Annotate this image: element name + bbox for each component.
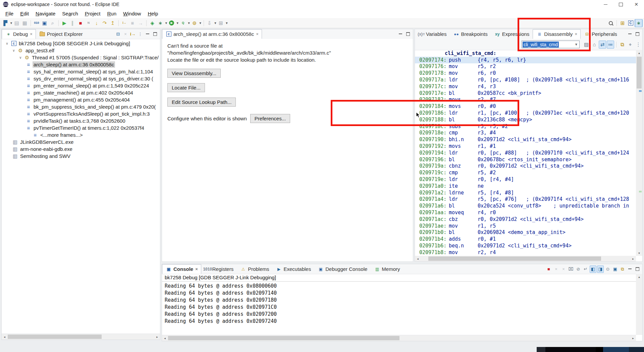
right-tab-breakpoints[interactable]: ●●Breakpoints xyxy=(450,29,491,39)
disassembly-line[interactable]: 02097194:ldrr0, [pc, #88] ; (0x20971f0 <… xyxy=(415,150,636,156)
minimize-view-button[interactable] xyxy=(144,31,151,38)
menu-help[interactable]: Help xyxy=(144,10,161,17)
minimize-view-button[interactable] xyxy=(626,31,634,38)
dropdown-arrow-icon[interactable]: ▼ xyxy=(225,21,228,25)
disassembly-line[interactable]: 0209717c:movr4, r3 xyxy=(415,83,636,90)
show-stderr-button[interactable]: ◨ xyxy=(597,266,604,273)
scroll-right-arrow[interactable]: ▸ xyxy=(630,256,636,261)
sync-pc-button[interactable]: ⇄ xyxy=(598,41,606,49)
coverage-launch-button[interactable]: Q▼ xyxy=(179,19,191,27)
disassembly-line[interactable]: 0209717e:bl0x20587cc <bk_printf> xyxy=(415,90,636,97)
menu-project[interactable]: Project xyxy=(82,10,104,17)
scroll-thumb[interactable] xyxy=(637,57,642,89)
dropdown-arrow-icon[interactable]: ▼ xyxy=(165,21,168,25)
scroll-left-arrow[interactable]: ◂ xyxy=(162,335,168,341)
disassembly-line[interactable]: 0209719a:cbnzr0, 0x20971d2 <cli_wifi_sta… xyxy=(415,163,636,170)
collapse-all-button[interactable]: ⊟ xyxy=(114,31,122,38)
drop-frame-button[interactable]: → xyxy=(137,19,145,27)
console-vertical-scrollbar[interactable]: ▴ xyxy=(636,274,642,335)
windows-taskbar-sliver[interactable] xyxy=(537,347,644,352)
disassembly-line[interactable]: 020971ae:movr1, r5 xyxy=(415,223,636,229)
pin-console-button[interactable]: ⊙ xyxy=(604,266,611,273)
dropdown-arrow-icon[interactable]: ▼ xyxy=(187,21,191,25)
disassembly-line[interactable]: 020971a0:itene xyxy=(415,183,636,189)
tree-row[interactable]: ≡pm_state_machine() at pm.c:402 0x205c40… xyxy=(2,89,160,96)
console-tab-console[interactable]: ▣Console× xyxy=(162,264,201,274)
view-menu-button[interactable]: ⋮ xyxy=(137,31,144,38)
disassembly-line[interactable]: 02097186:ldrr1, [pc, #100] ; (0x20971ec … xyxy=(415,110,636,116)
tree-row[interactable]: ▥arm-none-eabi-gdb.exe xyxy=(2,145,160,153)
inspect-button[interactable]: ⌕ xyxy=(49,19,57,27)
tree-row[interactable]: ≡pvTimerGetTimerID() at timers.c:1,022 0… xyxy=(2,124,160,131)
save-all-button[interactable]: ▦ xyxy=(21,19,29,27)
disassembly-line[interactable]: 020971b6:beq.n0x20971d2 <cli_wifi_sta_cm… xyxy=(415,242,636,249)
disassembly-line[interactable]: 020971a6:bl0x20ca524 <conv_utf8> ; unpre… xyxy=(415,202,636,209)
scroll-right-arrow[interactable]: ▸ xyxy=(154,334,160,340)
external-tools-button[interactable]: ⊚▼ xyxy=(191,19,202,27)
console-tab-executables[interactable]: ▶Executables xyxy=(273,264,315,274)
maximize-view-button[interactable] xyxy=(151,31,159,38)
disassembly-line[interactable]: 02097190:bhi.n0x20971d2 <cli_wifi_sta_cm… xyxy=(415,136,636,143)
disassembly-line[interactable]: 02097182:movsr2, #7 xyxy=(415,97,636,103)
debug-horizontal-scrollbar[interactable]: ◂ ▸ xyxy=(2,334,160,340)
right-tab-expressions[interactable]: xyExpressions xyxy=(491,29,533,39)
disassembly-line[interactable]: 020971aa:moveqr4, r0 xyxy=(415,209,636,216)
maximize-view-button[interactable] xyxy=(634,266,641,273)
save-button[interactable]: ▤ xyxy=(13,19,21,27)
tree-row[interactable]: ≡bk_pm_suppress_ticks_and_sleep() at pm.… xyxy=(2,103,160,110)
remove-all-terminated-button[interactable]: × xyxy=(122,31,129,38)
clear-console-button[interactable]: ⌧ xyxy=(567,266,575,273)
instruction-stepping-button[interactable]: i→ xyxy=(129,31,137,38)
debug-tab-debug[interactable]: ∗Debug× xyxy=(2,29,36,39)
disassembly-line[interactable]: 0209719e:ldrr0, [r4, #4] xyxy=(415,176,636,183)
disassembly-line[interactable]: 02097196:bl0x20678bc <rtos_init_semaphor… xyxy=(415,156,636,163)
profile-button[interactable]: ◈ xyxy=(148,19,156,27)
pin-button[interactable]: ⌖ xyxy=(626,41,634,49)
step-return-button[interactable]: ↥ xyxy=(109,19,117,27)
scroll-up-arrow[interactable]: ▴ xyxy=(636,274,642,280)
disassembly-line[interactable]: 02097188:bl0x2136c88 <memcpy> xyxy=(415,116,636,123)
run-launch-button[interactable]: ▶▼ xyxy=(168,19,179,27)
console-tab-problems[interactable]: ⚠Problems xyxy=(237,264,272,274)
new-wizard-button[interactable]: ▛▼ xyxy=(1,19,13,27)
chevron-expanded-icon[interactable]: ∨ xyxy=(4,42,10,45)
menu-navigate[interactable]: Navigate xyxy=(32,10,59,17)
dropdown-arrow-icon[interactable]: ▼ xyxy=(10,21,13,25)
disconnect-button[interactable]: N xyxy=(85,19,93,27)
scroll-thumb[interactable] xyxy=(428,256,601,261)
instruction-stepping-button[interactable]: i→ xyxy=(120,19,128,27)
display-console-button[interactable]: ▣ xyxy=(611,266,619,273)
scroll-thumb[interactable] xyxy=(168,336,399,340)
close-icon[interactable]: × xyxy=(30,32,33,37)
console-tab-registers[interactable]: 1010Registers xyxy=(201,264,237,274)
tree-row[interactable]: ▥Semihosting and SWV xyxy=(2,153,160,160)
remove-all-terminated-button[interactable]: × xyxy=(560,266,567,273)
search-button[interactable] xyxy=(607,19,615,27)
tree-row[interactable]: ∨⚙app_test3.elf xyxy=(2,47,160,54)
disassembly-line[interactable]: 020971b0:bl0x2069824 <demo_sta_app_init> xyxy=(415,229,636,236)
tree-row[interactable]: ▥JLinkGDBServerCL.exe xyxy=(2,138,160,145)
chevron-down-icon[interactable]: ▼ xyxy=(575,43,578,46)
right-tab-variables[interactable]: (x)=Variables xyxy=(415,29,450,39)
disassembly-line[interactable]: 020971a2:ldrner5, [r4, #8] xyxy=(415,189,636,196)
minimize-button[interactable] xyxy=(598,0,613,9)
tree-row[interactable]: ≡sys_drv_enter_normal_sleep() at sys_ps_… xyxy=(2,75,160,82)
dropdown-arrow-icon[interactable]: ▼ xyxy=(176,21,179,25)
console-tab-memory[interactable]: ▥Memory xyxy=(371,264,403,274)
disassembly-line[interactable]: 0209717a:ldrr0, [pc, #108] ; (0x20971e8 … xyxy=(415,76,636,83)
close-icon[interactable]: × xyxy=(575,32,577,37)
disassembly-line[interactable]: 02097176:movr5, r2 xyxy=(415,63,636,70)
minimize-view-button[interactable] xyxy=(626,266,634,273)
console-horizontal-scrollbar[interactable]: ◂ ▸ xyxy=(162,335,636,341)
disassembly-line[interactable]: 020971b8:movr2, r4 xyxy=(415,249,636,256)
disassembly-line[interactable]: 020971b4:addsr0, #1 xyxy=(415,236,636,242)
address-expression-combo[interactable]: cli_wifi_sta_cmd ▼ xyxy=(522,41,580,48)
debug-launch-button[interactable]: ∗▼ xyxy=(156,19,168,27)
view-disassembly-button[interactable]: View Disassembly... xyxy=(167,63,413,78)
tree-row[interactable]: ∨cbk7258 Debug [GDB SEGGER J-Link Debugg… xyxy=(2,40,160,47)
close-icon[interactable]: × xyxy=(256,32,259,37)
tree-row[interactable]: ≡vPortSuppressTicksAndSleep() at port_ti… xyxy=(2,110,160,117)
binary-counter-button[interactable]: 010 xyxy=(33,19,41,27)
menu-file[interactable]: File xyxy=(2,10,17,17)
chevron-expanded-icon[interactable]: ∨ xyxy=(11,49,16,52)
